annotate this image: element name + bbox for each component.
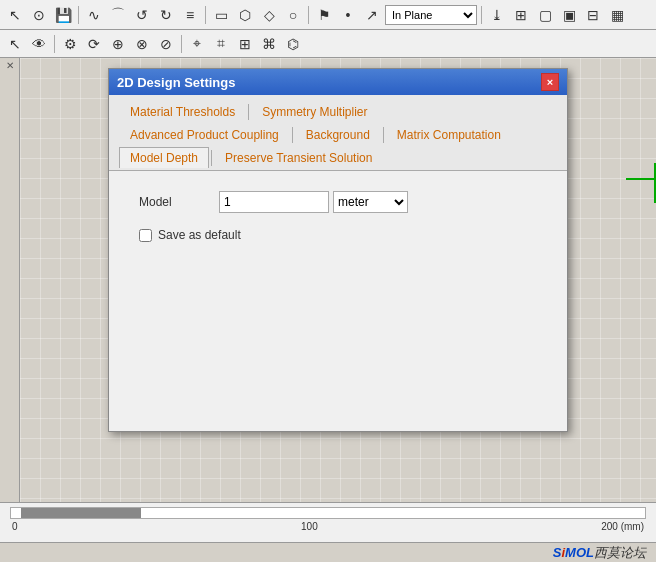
pointer-icon[interactable]: ↖: [4, 33, 26, 55]
flag-icon[interactable]: ⚑: [313, 4, 335, 26]
settings-dialog: 2D Design Settings × Material Thresholds…: [108, 68, 568, 432]
model-input[interactable]: [219, 191, 329, 213]
dialog-titlebar: 2D Design Settings ×: [109, 69, 567, 95]
dialog-body: Model meter cm mm in ft Save as default: [109, 171, 567, 431]
grid-icon[interactable]: ⊞: [510, 4, 532, 26]
tool5-icon[interactable]: ⊘: [155, 33, 177, 55]
tool6-icon[interactable]: ⌖: [186, 33, 208, 55]
main-content: ✕ 2D Design Settings × Material Threshol…: [0, 58, 656, 502]
ruler-label-left: 0: [12, 521, 18, 532]
eye-icon[interactable]: 👁: [28, 33, 50, 55]
tool10-icon[interactable]: ⌬: [282, 33, 304, 55]
tab-nav: Material Thresholds Symmetry Multiplier …: [109, 95, 567, 171]
toolbar-2: ↖ 👁 ⚙ ⟳ ⊕ ⊗ ⊘ ⌖ ⌗ ⊞ ⌘ ⌬: [0, 30, 656, 58]
ruler-label-right: 200 (mm): [601, 521, 644, 532]
undo-icon[interactable]: ↺: [131, 4, 153, 26]
toolbar-1: ↖ ⊙ 💾 ∿ ⌒ ↺ ↻ ≡ ▭ ⬡ ◇ ○ ⚑ • ↗ In Plane O…: [0, 0, 656, 30]
ruler-bar: 0 100 200 (mm): [0, 502, 656, 542]
ruler-labels: 0 100 200 (mm): [10, 521, 646, 532]
ruler-thumb[interactable]: [21, 508, 141, 518]
dialog-title: 2D Design Settings: [117, 75, 235, 90]
arrow-icon[interactable]: ↗: [361, 4, 383, 26]
tab-row-2: Advanced Product Coupling Background Mat…: [119, 124, 557, 145]
sep-3: [308, 6, 309, 24]
status-logo: SiMOL西莫论坛: [553, 544, 646, 562]
box3-icon[interactable]: ⊟: [582, 4, 604, 26]
rect-icon[interactable]: ▭: [210, 4, 232, 26]
model-label: Model: [139, 195, 219, 209]
sep-5: [54, 35, 55, 53]
tab-model-depth[interactable]: Model Depth: [119, 147, 209, 168]
tab-preserve-transient-solution[interactable]: Preserve Transient Solution: [214, 147, 383, 168]
box2-icon[interactable]: ▣: [558, 4, 580, 26]
tool2-icon[interactable]: ⟳: [83, 33, 105, 55]
export-icon[interactable]: ⤓: [486, 4, 508, 26]
tab-advanced-product-coupling[interactable]: Advanced Product Coupling: [119, 124, 290, 145]
dialog-close-button[interactable]: ×: [541, 73, 559, 91]
tab-sep-4: [211, 150, 212, 166]
tool9-icon[interactable]: ⌘: [258, 33, 280, 55]
unit-select[interactable]: meter cm mm in ft: [333, 191, 408, 213]
dot-icon[interactable]: •: [337, 4, 359, 26]
tool8-icon[interactable]: ⊞: [234, 33, 256, 55]
dialog-overlay: 2D Design Settings × Material Thresholds…: [20, 58, 656, 502]
status-bar: SiMOL西莫论坛: [0, 542, 656, 562]
hex-icon[interactable]: ⬡: [234, 4, 256, 26]
save-default-checkbox[interactable]: [139, 229, 152, 242]
curve-icon[interactable]: ⌒: [107, 4, 129, 26]
redo-icon[interactable]: ↻: [155, 4, 177, 26]
left-panel: ✕: [0, 58, 20, 502]
save-icon[interactable]: 💾: [52, 4, 74, 26]
arc-icon[interactable]: ∿: [83, 4, 105, 26]
sep-6: [181, 35, 182, 53]
ruler-label-middle: 100: [301, 521, 318, 532]
tab-material-thresholds[interactable]: Material Thresholds: [119, 101, 246, 122]
save-default-row: Save as default: [139, 228, 537, 242]
tab-sep-2: [292, 127, 293, 143]
sep-4: [481, 6, 482, 24]
tab-sep-1: [248, 104, 249, 120]
tab-sep-3: [383, 127, 384, 143]
view-icon[interactable]: ⊙: [28, 4, 50, 26]
tool4-icon[interactable]: ⊗: [131, 33, 153, 55]
plane-select[interactable]: In Plane Out of Plane Axisymmetric: [385, 5, 477, 25]
tool1-icon[interactable]: ⚙: [59, 33, 81, 55]
model-form-row: Model meter cm mm in ft: [139, 191, 537, 213]
close-panel-icon[interactable]: ✕: [6, 60, 14, 71]
tool3-icon[interactable]: ⊕: [107, 33, 129, 55]
cursor-icon[interactable]: ↖: [4, 4, 26, 26]
ruler-track[interactable]: [10, 507, 646, 519]
tab-row-3: Model Depth Preserve Transient Solution: [119, 147, 557, 168]
canvas-area[interactable]: 2D Design Settings × Material Thresholds…: [20, 58, 656, 502]
tab-background[interactable]: Background: [295, 124, 381, 145]
tab-symmetry-multiplier[interactable]: Symmetry Multiplier: [251, 101, 378, 122]
lines-icon[interactable]: ≡: [179, 4, 201, 26]
sep-1: [78, 6, 79, 24]
tool7-icon[interactable]: ⌗: [210, 33, 232, 55]
box1-icon[interactable]: ▢: [534, 4, 556, 26]
tab-row-1: Material Thresholds Symmetry Multiplier: [119, 101, 557, 122]
save-default-label[interactable]: Save as default: [158, 228, 241, 242]
sep-2: [205, 6, 206, 24]
diamond-icon[interactable]: ◇: [258, 4, 280, 26]
ellipse-icon[interactable]: ○: [282, 4, 304, 26]
box4-icon[interactable]: ▦: [606, 4, 628, 26]
tab-matrix-computation[interactable]: Matrix Computation: [386, 124, 512, 145]
